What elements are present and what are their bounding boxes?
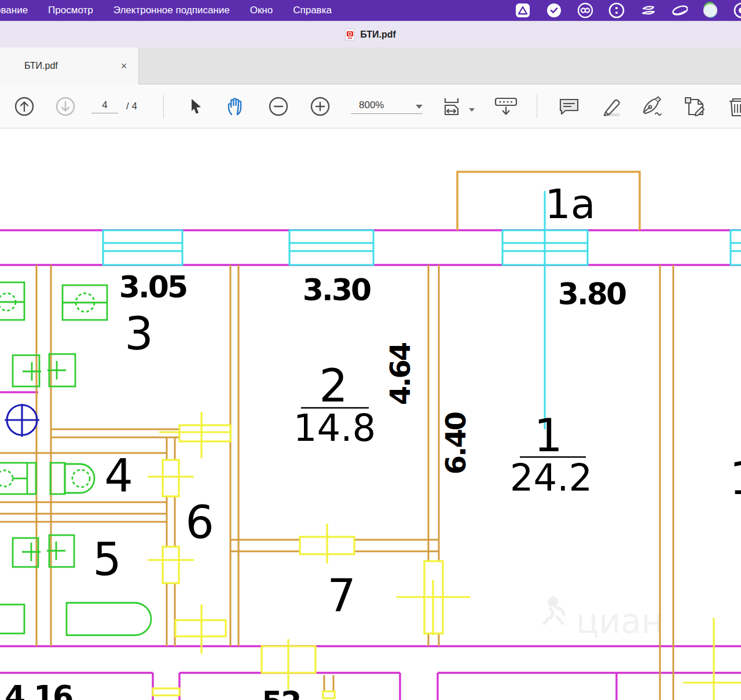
saturn-icon[interactable] bbox=[670, 2, 688, 19]
menu-item-window[interactable]: Окно bbox=[250, 5, 273, 16]
menu-status-icons bbox=[514, 0, 741, 21]
pdf-page-canvas[interactable]: циан bbox=[0, 128, 741, 700]
scrolling-mode-button[interactable] bbox=[492, 84, 520, 128]
chevron-down-icon bbox=[469, 108, 475, 112]
dim-3-05: 3.05 bbox=[119, 270, 186, 304]
menu-item-help[interactable]: Справка bbox=[293, 5, 332, 16]
dim-4-16-partial: 4.16 bbox=[5, 679, 72, 700]
vpn-bars-icon[interactable] bbox=[639, 2, 656, 19]
zoom-level-value: 800% bbox=[351, 100, 384, 111]
chevron-down-icon bbox=[416, 105, 423, 109]
menu-bar: ование Просмотр Электронное подписание О… bbox=[0, 0, 741, 21]
room-5-number: 5 bbox=[93, 533, 122, 585]
edit-pdf-button[interactable] bbox=[681, 84, 710, 128]
room-7-number: 7 bbox=[327, 570, 356, 622]
dots-circle-icon[interactable] bbox=[608, 2, 625, 19]
vent-symbol bbox=[5, 404, 39, 437]
neighbor-label-partial: 52 bbox=[262, 685, 300, 700]
fit-width-button[interactable] bbox=[440, 84, 476, 128]
previous-page-button[interactable] bbox=[13, 84, 36, 128]
comment-tool-button[interactable] bbox=[556, 84, 582, 128]
cian-watermark: циан bbox=[544, 596, 663, 641]
hand-icon bbox=[225, 95, 248, 118]
window-title: БТИ.pdf bbox=[360, 30, 396, 40]
pdf-file-icon bbox=[345, 28, 355, 41]
sign-tool-button[interactable] bbox=[638, 84, 667, 128]
tab-label: БТИ.pdf bbox=[24, 61, 58, 71]
tab-bti-pdf[interactable]: БТИ.pdf × bbox=[0, 47, 139, 84]
select-tool-button[interactable] bbox=[184, 84, 207, 128]
room-2-number: 2 bbox=[319, 360, 348, 412]
room-3-number: 3 bbox=[124, 308, 153, 360]
dim-3-30: 3.30 bbox=[303, 272, 370, 307]
page-number-input[interactable]: 4 bbox=[91, 100, 118, 113]
zoom-level-dropdown[interactable]: 800% bbox=[350, 84, 424, 128]
toolbar-divider bbox=[537, 95, 537, 118]
menu-item-editing[interactable]: ование bbox=[0, 5, 28, 16]
windows bbox=[103, 191, 741, 429]
room-2-area: 14.8 bbox=[294, 407, 376, 450]
room-1-number: 1 bbox=[534, 410, 563, 462]
highlight-tool-button[interactable] bbox=[596, 84, 624, 128]
globe-icon[interactable] bbox=[702, 2, 719, 19]
page-total: 4 bbox=[131, 101, 137, 112]
delete-pages-button[interactable] bbox=[725, 84, 741, 128]
toolbar-divider bbox=[163, 95, 164, 118]
room-4-number: 4 bbox=[104, 450, 133, 502]
menu-item-view[interactable]: Просмотр bbox=[48, 5, 93, 16]
toolbar: 4 / 4 800% bbox=[0, 84, 741, 128]
dim-4-64: 4.64 bbox=[384, 342, 416, 405]
partial-circle-icon[interactable] bbox=[733, 2, 741, 19]
floor-plan-drawing: циан bbox=[0, 128, 741, 700]
zoom-out-button[interactable] bbox=[266, 84, 291, 128]
app-triangle-icon[interactable] bbox=[514, 2, 531, 19]
hand-tool-button[interactable] bbox=[223, 84, 249, 128]
dim-6-40: 6.40 bbox=[439, 412, 472, 474]
balcony-label: 1a bbox=[545, 180, 595, 228]
menu-item-esign[interactable]: Электронное подписание bbox=[113, 5, 230, 16]
dim-3-80: 3.80 bbox=[558, 277, 626, 311]
tab-close-icon[interactable]: × bbox=[117, 59, 131, 73]
svg-text:циан: циан bbox=[576, 602, 663, 641]
right-edge-room-number-partial: 1 bbox=[729, 452, 741, 504]
title-bar: БТИ.pdf bbox=[0, 21, 741, 47]
next-page-button[interactable] bbox=[54, 84, 77, 128]
menu-items: ование Просмотр Электронное подписание О… bbox=[0, 5, 332, 16]
page-indicator: 4 / 4 bbox=[91, 84, 155, 128]
room-1-area: 24.2 bbox=[510, 456, 593, 499]
page-separator: / bbox=[126, 101, 129, 112]
check-circle-icon[interactable] bbox=[545, 2, 563, 19]
tab-bar: БТИ.pdf × bbox=[0, 47, 741, 84]
room-6-number: 6 bbox=[185, 496, 214, 548]
zoom-in-button[interactable] bbox=[308, 84, 332, 128]
creative-cloud-icon[interactable] bbox=[577, 2, 594, 19]
